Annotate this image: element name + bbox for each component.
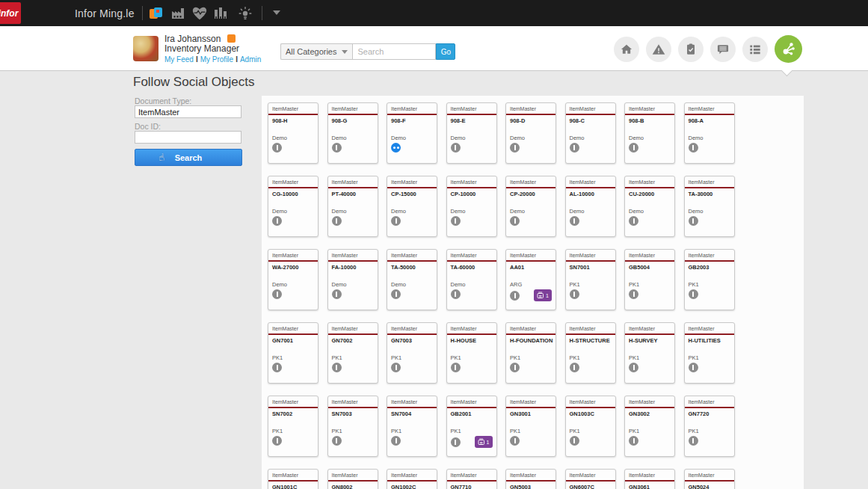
info-icon[interactable] [391,289,401,299]
info-icon[interactable] [272,143,282,153]
item-card[interactable]: ItemMaster CP-20000 Demo [505,176,556,237]
info-icon[interactable] [570,289,579,299]
info-icon[interactable] [629,143,638,153]
item-card[interactable]: ItemMaster FA-10000 Demo [327,249,378,310]
item-card[interactable]: ItemMaster GN7003 PK1 [387,322,437,384]
item-card[interactable]: ItemMaster GB2003 PK1 [684,249,735,310]
infor-logo[interactable]: infor [0,2,21,24]
info-icon[interactable] [510,143,520,153]
info-icon[interactable] [272,363,282,372]
info-icon[interactable] [510,291,520,301]
item-card[interactable]: ItemMaster CU-20000 Demo [624,176,675,237]
item-card[interactable]: ItemMaster GN3002 PK1 [624,396,675,457]
info-icon[interactable] [510,436,520,446]
item-card[interactable]: ItemMaster GN5024 [684,469,735,489]
item-card[interactable]: ItemMaster TA-60000 Demo [446,249,497,310]
item-card[interactable]: ItemMaster H-STRUCTURE PK1 [565,322,616,384]
info-icon[interactable] [689,143,698,153]
info-icon[interactable] [570,216,579,226]
info-icon[interactable] [510,216,520,226]
item-card[interactable]: ItemMaster 908-A Demo [684,102,735,164]
idea-icon[interactable] [236,4,254,22]
attachment-badge[interactable]: 1 [534,289,552,301]
my-feed-link[interactable]: My Feed [164,55,194,64]
item-card[interactable]: ItemMaster GN5003 [505,469,556,489]
item-card[interactable]: ItemMaster TA-30000 Demo [684,176,735,237]
item-card[interactable]: ItemMaster GN7001 PK1 [268,322,318,384]
item-card[interactable]: ItemMaster GN3001 PK1 [505,396,556,457]
info-icon[interactable] [332,289,342,299]
item-card[interactable]: ItemMaster H-UTILITIES PK1 [684,322,735,384]
item-card[interactable]: ItemMaster 908-H Demo [268,102,318,164]
info-icon[interactable] [570,143,579,153]
info-icon[interactable] [272,436,282,446]
avatar[interactable] [133,36,158,61]
info-icon[interactable] [332,143,342,153]
info-icon[interactable] [629,216,638,226]
info-icon[interactable] [451,363,461,372]
item-card[interactable]: ItemMaster CG-10000 Demo [268,176,318,237]
info-icon[interactable] [689,436,698,446]
info-icon[interactable] [629,289,638,299]
item-card[interactable]: ItemMaster GB2001 PK1 1 [446,396,497,457]
info-icon[interactable] [570,363,579,372]
admin-link[interactable]: Admin [240,55,261,64]
alert-icon[interactable] [646,37,671,62]
item-card[interactable]: ItemMaster AA01 ARG 1 [505,249,556,310]
item-card[interactable]: ItemMaster GN1003C PK1 [565,396,616,457]
item-card[interactable]: ItemMaster H-HOUSE PK1 [446,322,497,384]
item-card[interactable]: ItemMaster SN7004 PK1 [387,396,437,457]
item-card[interactable]: ItemMaster GN8002 [327,469,378,489]
info-icon[interactable] [570,436,579,446]
search-input[interactable] [352,43,436,60]
item-card[interactable]: ItemMaster AL-10000 Demo [565,176,616,237]
item-card[interactable]: ItemMaster PT-40000 Demo [327,176,378,237]
chevron-down-icon[interactable] [273,10,280,15]
info-icon[interactable] [451,216,461,226]
info-icon[interactable] [272,216,282,226]
item-card[interactable]: ItemMaster 908-F Demo [387,102,437,164]
info-icon[interactable] [332,363,342,372]
list-icon[interactable] [742,37,768,62]
home-icon[interactable] [614,37,639,62]
heart-pulse-icon[interactable] [191,4,209,22]
item-card[interactable]: ItemMaster GN6007C [565,469,616,489]
item-card[interactable]: ItemMaster WA-27000 Demo [268,249,318,310]
item-card[interactable]: ItemMaster TA-50000 Demo [387,249,437,310]
item-card[interactable]: ItemMaster 908-E Demo [446,102,497,164]
info-icon[interactable] [510,363,520,372]
item-card[interactable]: ItemMaster CP-10000 Demo [446,176,497,237]
info-icon[interactable] [629,363,638,372]
item-card[interactable]: ItemMaster CP-15000 Demo [387,176,437,237]
chat-apps-icon[interactable] [147,4,164,22]
enterprise-icon[interactable] [212,4,230,22]
attachment-badge[interactable]: 1 [475,436,493,448]
social-share-icon[interactable] [775,35,802,63]
document-type-input[interactable] [135,105,241,118]
search-button[interactable]: Search [135,149,242,166]
item-card[interactable]: ItemMaster GN1002C [387,469,437,489]
info-icon[interactable] [451,437,461,447]
item-card[interactable]: ItemMaster GN7710 [446,469,497,489]
info-icon[interactable] [391,363,401,372]
item-card[interactable]: ItemMaster SN7003 PK1 [327,396,378,457]
item-card[interactable]: ItemMaster H-SURVEY PK1 [624,322,675,384]
item-card[interactable]: ItemMaster H-FOUNDATION PK1 [505,322,556,384]
category-select[interactable]: All Categories [280,43,352,60]
info-icon[interactable] [451,143,461,153]
item-card[interactable]: ItemMaster GN3061 [624,469,675,489]
factory-icon[interactable] [170,4,188,22]
info-icon[interactable] [332,436,342,446]
messages-icon[interactable] [710,37,736,62]
item-card[interactable]: ItemMaster SN7002 PK1 [268,396,318,457]
item-card[interactable]: ItemMaster GN7720 PK1 [684,396,735,457]
item-card[interactable]: ItemMaster 908-G Demo [327,102,378,164]
info-icon[interactable] [451,289,461,299]
info-icon[interactable] [332,216,342,226]
item-card[interactable]: ItemMaster GB5004 PK1 [624,249,675,310]
item-card[interactable]: ItemMaster 908-C Demo [565,102,616,164]
tasks-icon[interactable] [678,37,704,62]
info-icon[interactable] [689,289,698,299]
go-button[interactable]: Go [436,43,455,60]
item-card[interactable]: ItemMaster GN1001C [268,469,318,489]
